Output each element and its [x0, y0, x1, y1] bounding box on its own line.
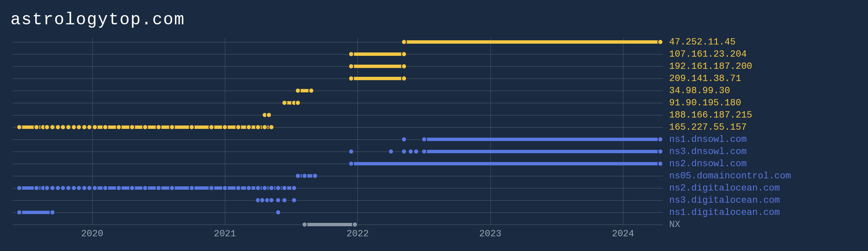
year-gridline [623, 38, 623, 225]
timeline-point [266, 112, 272, 118]
timeline-point [282, 100, 287, 106]
timeline-point [312, 173, 318, 179]
timeline-point [235, 185, 241, 191]
ip-label: 107.161.23.204 [669, 49, 747, 60]
timeline-point [92, 124, 98, 130]
x-tick-label: 2023 [479, 229, 501, 239]
timeline-point [16, 124, 22, 130]
timeline-segment [351, 65, 404, 68]
timeline-point [156, 185, 162, 191]
timeline-point [255, 124, 261, 130]
timeline-point [295, 88, 301, 94]
timeline-segment [351, 52, 404, 56]
timeline-point [657, 161, 663, 167]
timeline-segment [351, 77, 404, 80]
timeline-point [352, 222, 358, 227]
timeline-point [348, 51, 354, 57]
timeline-point [34, 124, 39, 130]
nx-label: NX [669, 220, 680, 230]
chart-container: astrologytop.com 20202021202220232024 47… [0, 0, 868, 251]
timeline-segment [19, 211, 52, 214]
row-baseline [13, 66, 663, 67]
timeline-point [282, 185, 287, 191]
timeline-point [348, 76, 354, 81]
ns-label: ns2.dnsowl.com [669, 159, 747, 169]
timeline-point [34, 185, 39, 191]
timeline-point [246, 124, 252, 130]
timeline-point [348, 161, 354, 167]
ns-label: ns3.dnsowl.com [669, 146, 747, 157]
timeline-point [92, 185, 98, 191]
timeline-point [657, 136, 663, 142]
ns-label: ns05.domaincontrol.com [669, 171, 791, 181]
row-baseline [13, 78, 663, 79]
ip-label: 209.141.38.71 [669, 73, 741, 84]
timeline-point [388, 149, 394, 154]
timeline-point [189, 185, 195, 191]
timeline-point [246, 185, 252, 191]
ip-label: 34.98.99.30 [669, 86, 730, 96]
timeline-point [302, 222, 308, 227]
row-baseline [13, 212, 663, 213]
ip-label: 165.227.55.157 [669, 122, 747, 133]
timeline-point [268, 185, 274, 191]
page-title: astrologytop.com [10, 10, 185, 29]
timeline-point [209, 185, 214, 191]
timeline-point [295, 100, 301, 106]
timeline-point [275, 185, 281, 191]
timeline-point [275, 197, 281, 203]
timeline-point [295, 173, 301, 179]
timeline-point [262, 185, 268, 191]
year-gridline [92, 38, 93, 225]
ip-label: 192.161.187.200 [669, 61, 752, 72]
timeline-point [291, 185, 297, 191]
timeline-point [189, 124, 195, 130]
timeline-point [16, 209, 22, 215]
timeline-point [16, 185, 22, 191]
row-baseline [13, 54, 663, 55]
row-baseline [13, 103, 663, 103]
row-baseline [13, 115, 663, 115]
timeline-segment [424, 138, 660, 141]
timeline-point [291, 197, 297, 203]
timeline-point [129, 124, 135, 130]
timeline-point [401, 149, 407, 154]
timeline-point [222, 185, 228, 191]
timeline-point [401, 136, 407, 142]
timeline-point [348, 149, 354, 154]
x-tick-label: 2021 [214, 229, 236, 239]
ns-label: ns3.digitalocean.com [669, 195, 780, 206]
x-tick-label: 2022 [347, 229, 369, 239]
timeline-point [142, 124, 148, 130]
ns-label: ns2.digitalocean.com [669, 183, 780, 193]
timeline-point [282, 197, 287, 203]
timeline-point [50, 209, 55, 215]
timeline-point [102, 185, 108, 191]
year-gridline [490, 38, 491, 225]
timeline-point [209, 124, 214, 130]
timeline-segment [351, 162, 660, 165]
timeline-point [657, 39, 663, 45]
timeline-point [413, 149, 419, 154]
timeline-segment [424, 150, 660, 153]
timeline-point [421, 136, 427, 142]
timeline-point [268, 197, 274, 203]
timeline-point [348, 63, 354, 69]
timeline-point [255, 185, 261, 191]
ip-label: 47.252.11.45 [669, 37, 735, 47]
timeline-segment [404, 40, 660, 44]
row-baseline [13, 91, 663, 91]
timeline-point [308, 88, 314, 94]
ns-label: ns1.dnsowl.com [669, 134, 747, 145]
timeline-point [302, 173, 308, 179]
timeline-point [421, 149, 427, 154]
year-gridline [225, 38, 225, 225]
timeline-point [169, 124, 175, 130]
ns-label: ns1.digitalocean.com [669, 207, 780, 218]
timeline-point [657, 149, 663, 154]
timeline-point [169, 185, 175, 191]
timeline-point [235, 124, 241, 130]
timeline-point [268, 124, 274, 130]
row-baseline [13, 200, 663, 201]
timeline-point [401, 51, 407, 57]
